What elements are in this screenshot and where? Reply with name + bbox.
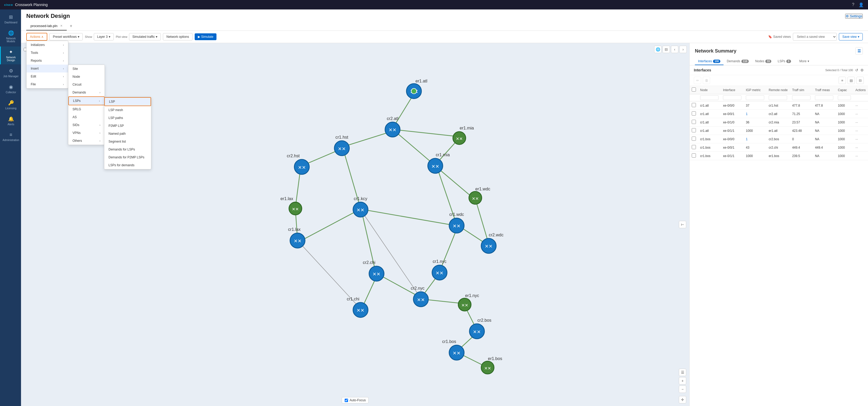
actions-menu-reports[interactable]: Reports › [27, 57, 68, 65]
layer3-button[interactable]: Layer 3 ▾ [94, 33, 114, 40]
actions-menu-edit[interactable]: Edit › [27, 72, 68, 81]
preset-workflows-button[interactable]: Preset workflows ▾ [50, 33, 83, 40]
sidebar-item-licensing[interactable]: 🔑 Licensing [0, 97, 21, 113]
actions-button[interactable]: Actions ∧ [26, 33, 47, 41]
lsp-item-lsp-paths[interactable]: LSP paths [104, 114, 151, 122]
help-icon[interactable]: ? [852, 2, 854, 7]
user-icon[interactable]: 👤 [859, 2, 864, 7]
zoom-in-icon-btn[interactable]: + [679, 377, 686, 384]
sidebar-item-network-design[interactable]: ✦ Network Design [0, 46, 21, 64]
col-header-node[interactable]: Node [698, 86, 721, 94]
actions-menu-initializers[interactable]: Initializers › [27, 41, 68, 49]
row-menu-3[interactable]: ··· [856, 129, 858, 133]
topology-icon-btn[interactable]: ⊟ [662, 46, 670, 53]
row-checkbox-4[interactable] [692, 136, 696, 141]
row-checkbox-3[interactable] [692, 128, 696, 132]
panel-tab-nodes[interactable]: Nodes 33 [752, 58, 774, 65]
crosshair-icon-btn[interactable]: ✛ [679, 396, 686, 403]
insert-others[interactable]: Others › [68, 137, 104, 145]
sidebar-item-dashboard[interactable]: ⊞ Dashboard [0, 11, 21, 27]
filter-traff-meas[interactable] [815, 95, 833, 100]
lsp-item-lsps-for-demands[interactable]: LSPs for demands [104, 161, 151, 169]
edit-record-button[interactable]: ✏ [694, 77, 701, 84]
insert-srlg[interactable]: SRLG [68, 105, 104, 113]
actions-menu-insert[interactable]: Insert › Site Node Circuit [27, 65, 68, 72]
filter-icon-btn[interactable]: ≡ [839, 77, 846, 84]
sidebar-item-job-manager[interactable]: ⚙ Job Manager [0, 65, 21, 81]
select-all-checkbox[interactable] [692, 88, 696, 92]
nav-next-icon-btn[interactable]: › [679, 46, 687, 53]
insert-as[interactable]: AS [68, 113, 104, 121]
settings-icon-btn[interactable]: ⚙ [860, 68, 864, 72]
col-header-igp-metric[interactable]: IGP metric [744, 86, 767, 94]
filter-node[interactable] [700, 95, 718, 100]
save-view-button[interactable]: Save view ▾ [839, 33, 863, 40]
network-options-button[interactable]: Network options [163, 33, 192, 40]
col-header-remote-node[interactable]: Remote node [767, 86, 790, 94]
actions-menu-file[interactable]: File › [27, 81, 68, 88]
tab-close-icon[interactable]: ✕ [60, 24, 63, 28]
igp-link-1[interactable]: 1 [746, 112, 748, 116]
lsp-item-named-path[interactable]: Named path [104, 130, 151, 137]
filter-capac[interactable] [838, 95, 851, 100]
row-checkbox-1[interactable] [692, 111, 696, 116]
insert-demands[interactable]: Demands › [68, 89, 104, 96]
row-menu-1[interactable]: ··· [856, 112, 858, 116]
list-view-icon-btn[interactable]: ☰ [679, 369, 686, 376]
list-view-toggle-btn[interactable]: ☰ [856, 47, 863, 55]
actions-menu-tools[interactable]: Tools › [27, 49, 68, 57]
row-checkbox-5[interactable] [692, 145, 696, 149]
panel-tab-lsps[interactable]: LSPs 0 [774, 58, 794, 65]
row-menu-2[interactable]: ··· [856, 121, 858, 124]
filter-interface[interactable] [723, 95, 741, 100]
filter-remote-node[interactable] [769, 95, 787, 100]
row-checkbox-6[interactable] [692, 153, 696, 158]
insert-lsps[interactable]: LSPs › LSP LSP mesh [68, 96, 104, 105]
lsp-item-demands-for-lsps[interactable]: Demands for LSPs [104, 146, 151, 153]
panel-tab-more[interactable]: More ▾ [796, 58, 812, 65]
lsp-item-p2mp-lsp[interactable]: P2MP LSP [104, 122, 151, 130]
row-menu-4[interactable]: ··· [856, 137, 858, 141]
settings-button[interactable]: ⚙ Settings [845, 14, 863, 19]
lsp-item-lsp[interactable]: LSP [104, 97, 151, 106]
insert-circuit[interactable]: Circuit [68, 81, 104, 89]
row-menu-5[interactable]: ··· [856, 146, 858, 149]
row-menu-0[interactable]: ··· [856, 104, 858, 107]
simulated-traffic-button[interactable]: Simulated traffic ▾ [129, 33, 161, 40]
auto-focus-checkbox[interactable] [345, 399, 348, 402]
igp-link-4[interactable]: 1 [746, 137, 748, 141]
row-checkbox-2[interactable] [692, 120, 696, 124]
sidebar-item-administration[interactable]: ≡ Administration [0, 129, 21, 144]
col-header-interface[interactable]: Interface [721, 86, 744, 94]
lsp-item-lsp-mesh[interactable]: LSP mesh [104, 106, 151, 114]
filter-igp-metric[interactable] [746, 95, 764, 100]
col-header-traff-meas[interactable]: Traff meas [813, 86, 836, 94]
hierarchy-icon-btn[interactable]: ⊢ [679, 221, 686, 228]
sidebar-item-collector[interactable]: ◉ Collector [0, 82, 21, 96]
insert-sids[interactable]: SIDs › [68, 121, 104, 129]
column-view-btn[interactable]: ▤ [847, 77, 855, 84]
simulate-button[interactable]: ▶ Simulate [195, 33, 217, 40]
filter-traff-sim[interactable] [792, 95, 810, 100]
insert-site[interactable]: Site [68, 65, 104, 73]
tab-add-button[interactable]: + [67, 22, 75, 30]
sidebar-item-network-models[interactable]: 🌐 Network Models [0, 28, 21, 45]
tab-processed-lab[interactable]: processed-lab.pln ✕ [26, 22, 67, 30]
panel-tab-demands[interactable]: Demands 110 [723, 58, 752, 65]
select-view-dropdown[interactable]: Select a saved view [793, 33, 837, 41]
refresh-icon-btn[interactable]: ↺ [855, 68, 858, 72]
zoom-out-icon-btn[interactable]: − [679, 385, 686, 393]
row-checkbox-0[interactable] [692, 103, 696, 107]
delete-record-button[interactable]: 🗑 [703, 77, 710, 84]
nav-prev-icon-btn[interactable]: ‹ [671, 46, 678, 53]
sidebar-item-alerts[interactable]: 🔔 Alerts [0, 114, 21, 128]
expand-view-btn[interactable]: ⊟ [857, 77, 864, 84]
globe-icon-btn[interactable]: 🌐 [654, 46, 661, 53]
insert-node[interactable]: Node [68, 73, 104, 81]
row-menu-6[interactable]: ··· [856, 154, 858, 158]
insert-vpns[interactable]: VPNs › [68, 129, 104, 137]
table-scroll-area[interactable]: Node Interface IGP metric Remote node Tr… [690, 86, 868, 406]
col-header-capac[interactable]: Capac [836, 86, 853, 94]
col-header-traff-sim[interactable]: Traff sim [790, 86, 813, 94]
lsp-item-segment-list[interactable]: Segment list [104, 137, 151, 146]
